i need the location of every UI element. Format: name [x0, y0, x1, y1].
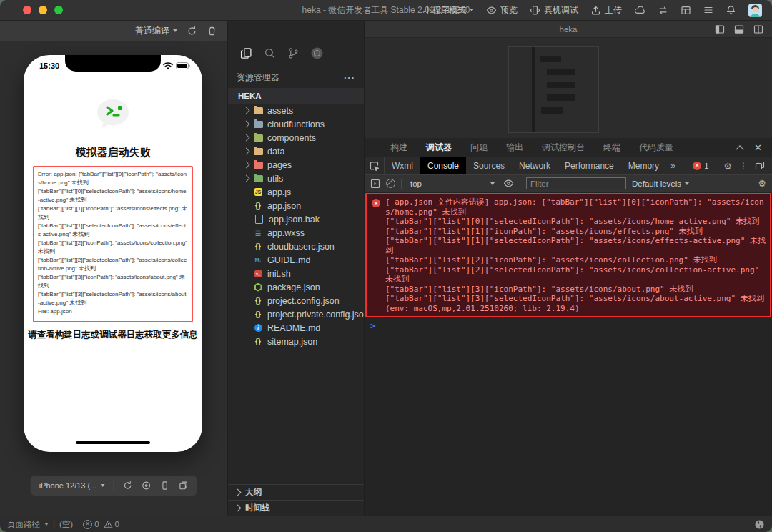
- devtools-tab-console[interactable]: Console: [420, 157, 466, 174]
- debugger-tab-代码质量[interactable]: 代码质量: [639, 138, 673, 157]
- multi-window-icon[interactable]: [178, 481, 188, 491]
- debugger-tab-终端[interactable]: 终端: [603, 138, 620, 157]
- console-prompt[interactable]: >: [365, 318, 772, 334]
- devtools-tab-performance[interactable]: Performance: [558, 157, 621, 174]
- debugger-tab-问题[interactable]: 问题: [470, 138, 488, 157]
- preview-button[interactable]: 预览: [486, 4, 518, 16]
- console-settings-icon[interactable]: ⚙: [758, 179, 766, 188]
- devtools-tab-memory[interactable]: Memory: [621, 157, 666, 174]
- tree-file-project.private.config.json[interactable]: {}project.private.config.json: [228, 307, 364, 321]
- project-root-row[interactable]: HEKA: [228, 88, 364, 104]
- dock-side-icon[interactable]: [755, 161, 765, 171]
- tree-file-README.md[interactable]: iREADME.md: [228, 321, 364, 335]
- tree-file-init.sh[interactable]: >_init.sh: [228, 267, 364, 280]
- page-path-dropdown[interactable]: 页面路径 | (空): [7, 519, 73, 530]
- devtools-tab-network[interactable]: Network: [512, 157, 558, 174]
- toggle-left-panel-icon[interactable]: [715, 24, 725, 34]
- console-error-entry[interactable]: ✕ [ app.json 文件内容错误] app.json: ["tabBar"…: [365, 193, 771, 317]
- file-label: project.config.json: [267, 296, 340, 306]
- devtools-tab-wxml[interactable]: Wxml: [385, 157, 420, 174]
- close-window-button[interactable]: [23, 6, 31, 14]
- debugger-tab-输出[interactable]: 输出: [506, 138, 523, 157]
- files-view-button[interactable]: [238, 45, 254, 61]
- compare-button[interactable]: [658, 5, 668, 16]
- tree-file-project.config.json[interactable]: {}project.config.json: [228, 294, 364, 307]
- tree-folder-pages[interactable]: pages: [228, 158, 364, 172]
- tree-folder-cloudfunctions[interactable]: cloudfunctions: [228, 117, 364, 131]
- real-device-debug-button[interactable]: 真机调试: [530, 4, 578, 16]
- clear-console-icon[interactable]: [386, 179, 395, 188]
- tree-file-app.js[interactable]: JSapp.js: [228, 185, 364, 199]
- debugger-tab-调试器[interactable]: 调试器: [426, 138, 452, 157]
- tree-file-cloudbaserc.json[interactable]: {}cloudbaserc.json: [228, 240, 364, 253]
- collapse-panel-icon[interactable]: [736, 145, 743, 153]
- console-context-select[interactable]: top: [407, 179, 498, 188]
- tree-file-app.wxss[interactable]: ≣app.wxss: [228, 226, 364, 240]
- more-tabs-icon[interactable]: »: [666, 161, 680, 171]
- error-line: ["tabBar"]["list"][3]["selectedIconPath"…: [38, 290, 188, 307]
- devtools-tab-sources[interactable]: Sources: [466, 157, 512, 174]
- phone-frame-icon[interactable]: [159, 481, 169, 491]
- wifi-icon: [163, 62, 173, 69]
- record-screen-icon[interactable]: [141, 481, 151, 491]
- tree-folder-components[interactable]: components: [228, 131, 364, 144]
- close-panel-icon[interactable]: ✕: [754, 143, 762, 152]
- log-levels-select[interactable]: Default levels: [632, 179, 689, 188]
- tree-folder-assets[interactable]: assets: [228, 104, 364, 117]
- menu-button[interactable]: [703, 5, 713, 15]
- clear-cache-trash-icon[interactable]: [207, 26, 217, 36]
- cloud-button[interactable]: [634, 5, 645, 16]
- zoom-window-button[interactable]: [54, 6, 63, 14]
- package-circle-icon: [310, 46, 324, 60]
- recompile-icon[interactable]: [187, 26, 197, 36]
- devtools-menu-icon[interactable]: ⋮: [739, 161, 748, 171]
- device-model-dropdown[interactable]: iPhone 12/13 (...: [39, 481, 105, 490]
- explorer-header: 资源管理器 ···: [228, 66, 364, 88]
- compile-mode-dropdown[interactable]: 普通编译: [135, 25, 177, 37]
- folder-label: data: [267, 147, 284, 157]
- text-cursor: [380, 322, 380, 331]
- outline-section[interactable]: 大纲: [228, 484, 364, 500]
- more-actions-icon[interactable]: ···: [344, 72, 355, 83]
- project-name: HEKA: [238, 92, 262, 100]
- notifications-button[interactable]: [726, 5, 736, 16]
- inspect-cursor-icon: [369, 161, 380, 172]
- layout-grid-icon: [681, 5, 691, 16]
- tree-folder-data[interactable]: data: [228, 144, 364, 158]
- layout-button[interactable]: [681, 5, 691, 16]
- tree-folder-utils[interactable]: utils: [228, 172, 364, 185]
- tree-file-GUIDE.md[interactable]: M↓GUIDE.md: [228, 253, 364, 267]
- live-expression-eye-icon[interactable]: [503, 178, 514, 189]
- inspect-element-button[interactable]: [365, 157, 385, 174]
- timeline-section[interactable]: 时间线: [228, 500, 364, 516]
- npm-file-icon: [254, 283, 262, 292]
- page-path-value: (空): [59, 519, 73, 530]
- error-count-badge[interactable]: ✕ 1: [693, 162, 708, 170]
- console-sidebar-icon[interactable]: [370, 179, 380, 189]
- tree-file-sitemap.json[interactable]: {}sitemap.json: [228, 335, 364, 348]
- tree-file-app.json[interactable]: {}app.json: [228, 199, 364, 212]
- user-avatar[interactable]: [748, 4, 762, 17]
- debugger-tab-构建[interactable]: 构建: [390, 138, 407, 157]
- source-control-button[interactable]: [285, 45, 301, 61]
- tree-file-app.json.bak[interactable]: app.json.bak: [228, 212, 364, 226]
- tree-file-package.json[interactable]: package.json: [228, 280, 364, 294]
- toggle-split-panel-icon[interactable]: [753, 24, 763, 34]
- rotate-device-icon[interactable]: [122, 481, 132, 491]
- upload-button[interactable]: 上传: [590, 4, 622, 16]
- sync-icon[interactable]: [754, 519, 765, 530]
- debugger-tab-调试控制台[interactable]: 调试控制台: [542, 138, 585, 157]
- npm-view-button[interactable]: [309, 45, 325, 61]
- console-filter-input[interactable]: Filter: [526, 177, 626, 189]
- minimize-window-button[interactable]: [39, 6, 47, 14]
- git-branch-icon: [287, 47, 300, 59]
- search-view-button[interactable]: [262, 45, 277, 61]
- chevron-down-icon: [685, 182, 689, 185]
- folder-label: assets: [267, 106, 293, 116]
- miniprogram-mode-dropdown[interactable]: 小程序模式: [423, 4, 474, 16]
- problems-indicator[interactable]: ✕0 0: [83, 520, 119, 529]
- toggle-bottom-panel-icon[interactable]: [734, 24, 744, 34]
- devtools-settings-icon[interactable]: ⚙: [723, 162, 732, 171]
- file-label: package.json: [267, 282, 320, 292]
- home-indicator: [76, 441, 150, 444]
